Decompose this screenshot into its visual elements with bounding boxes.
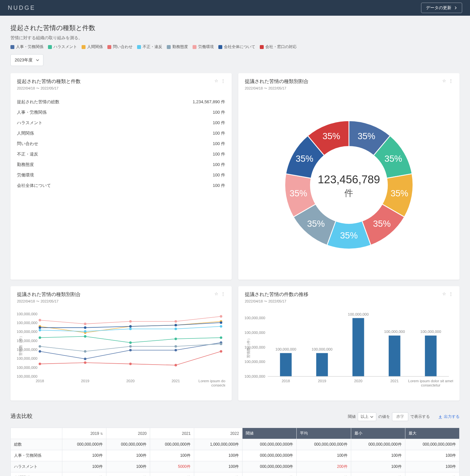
th-2019[interactable]: 2019⇅	[62, 428, 106, 439]
svg-text:2019: 2019	[81, 379, 89, 383]
star-icon[interactable]: ☆	[442, 291, 446, 296]
card-bar-title: 提議された苦情の件数の推移	[245, 291, 308, 298]
export-button[interactable]: 出力する	[438, 414, 460, 419]
legend-label: 会社・窓口の対応	[265, 44, 297, 50]
row-label: 人間関係	[11, 472, 62, 476]
cell-threshold: 000,000,000,000件	[243, 461, 297, 472]
svg-point-52	[84, 350, 86, 353]
cell-threshold: 000,000,000,000件	[243, 472, 297, 476]
svg-text:35%: 35%	[358, 131, 375, 141]
svg-point-64	[175, 324, 177, 326]
svg-text:100,000,000: 100,000,000	[420, 330, 441, 334]
year-select[interactable]: 2023年度	[10, 54, 43, 66]
svg-point-50	[220, 325, 222, 328]
legend-swatch	[82, 45, 86, 49]
svg-point-56	[39, 319, 41, 321]
cell-avg: 100件	[297, 472, 351, 476]
summary-total-label: 提起された苦情の総数	[17, 99, 59, 105]
page-title: 提起された苦情の種類と件数	[10, 24, 460, 32]
chevron-down-icon	[370, 415, 373, 419]
cell-y2020: 100件	[106, 450, 150, 461]
svg-text:consectetur: consectetur	[212, 383, 225, 387]
compare-title: 過去比較	[10, 412, 33, 420]
legend-label: 問い合わせ	[113, 44, 133, 50]
summary-row-label: ハラスメント	[17, 120, 42, 126]
cell-avg: 100件	[297, 450, 351, 461]
svg-text:35%: 35%	[290, 189, 307, 198]
svg-text:35%: 35%	[307, 219, 325, 229]
star-icon[interactable]: ☆	[442, 78, 446, 83]
chevron-down-icon	[36, 58, 39, 62]
svg-point-31	[39, 336, 41, 339]
summary-row-value: 100 件	[213, 141, 225, 147]
svg-point-29	[175, 349, 177, 352]
th-2020[interactable]: 2020	[106, 428, 150, 439]
redtext-input[interactable]: 赤字	[392, 412, 408, 421]
legend-item: 労働環境	[193, 44, 214, 50]
legend-item: 会社・窓口の対応	[260, 44, 297, 50]
logo: NUDGE	[8, 5, 36, 11]
svg-text:100,000,000: 100,000,000	[245, 316, 265, 320]
summary-row-label: 労働環境	[17, 172, 34, 178]
card-donut: 提議された苦情の種類別割合 2022/04/18 〜 2022/05/17 ☆ …	[238, 73, 460, 280]
svg-text:consectetur: consectetur	[421, 383, 440, 387]
legend-label: 人事・労務関係	[16, 44, 43, 50]
svg-text:2018: 2018	[36, 379, 44, 383]
svg-text:100,000,000: 100,000,000	[312, 347, 333, 351]
summary-row: 不正・違反100 件	[17, 149, 225, 159]
cell-y2022: 100件	[194, 472, 242, 476]
svg-point-51	[39, 345, 41, 348]
cond-select[interactable]: 以上	[358, 412, 376, 421]
summary-row-value: 100 件	[213, 130, 225, 136]
cell-y2021: 5000件	[150, 461, 194, 472]
svg-text:2020: 2020	[354, 379, 363, 383]
update-button-label: データの更新	[426, 5, 451, 11]
th-2022[interactable]: 2022	[194, 428, 242, 439]
svg-text:100,000,000: 100,000,000	[17, 365, 38, 369]
svg-point-53	[129, 345, 132, 348]
star-icon[interactable]: ☆	[214, 78, 218, 83]
card-summary: 提起された苦情の種類と件数 2022/04/18 〜 2022/05/17 ☆ …	[10, 73, 232, 280]
table-row: 人間関係100件100件100件100件000,000,000,000件100件…	[11, 472, 460, 476]
legend: 人事・労務関係ハラスメント人間関係問い合わせ不正・違反勤務態度労働環境会社全体に…	[10, 44, 460, 50]
summary-row: 人間関係100 件	[17, 128, 225, 139]
summary-row-label: 人間関係	[17, 130, 34, 136]
kebab-icon[interactable]: ⋮	[449, 78, 453, 83]
kebab-icon[interactable]: ⋮	[221, 78, 225, 83]
legend-swatch	[137, 45, 141, 49]
kebab-icon[interactable]: ⋮	[449, 291, 453, 296]
svg-point-46	[39, 329, 41, 332]
cell-y2020: 000,000,000件	[106, 439, 150, 450]
svg-point-28	[129, 349, 132, 352]
star-icon[interactable]: ☆	[214, 291, 218, 296]
th-max: 最大	[405, 428, 459, 439]
cell-y2021: 000,000,000件	[150, 439, 194, 450]
card-donut-date: 2022/04/18 〜 2022/05/17	[245, 86, 308, 91]
year-select-value: 2023年度	[15, 57, 33, 63]
update-button[interactable]: データの更新	[421, 3, 462, 13]
svg-text:Lorem ipsum dolor sit amet: Lorem ipsum dolor sit amet	[408, 379, 453, 383]
svg-point-27	[84, 358, 86, 360]
cell-y2021: 100件	[150, 472, 194, 476]
row-label: 人事・労務関係	[11, 450, 62, 461]
svg-point-34	[175, 337, 177, 340]
svg-point-54	[175, 345, 177, 348]
kebab-icon[interactable]: ⋮	[221, 291, 225, 296]
svg-rect-81	[389, 336, 400, 376]
th-blank	[11, 428, 62, 439]
display-label: で表示する	[410, 414, 430, 419]
svg-rect-78	[352, 318, 364, 376]
cell-min: 000,000,000,000件	[351, 439, 405, 450]
svg-point-45	[220, 350, 222, 353]
legend-item: 勤務態度	[167, 44, 188, 50]
cell-y2019: 000,000,000件	[62, 439, 106, 450]
cell-y2022: 100件	[194, 461, 242, 472]
download-icon	[438, 415, 442, 419]
th-avg: 平均	[297, 428, 351, 439]
th-2021[interactable]: 2021	[150, 428, 194, 439]
svg-text:苦情数（件）: 苦情数（件）	[246, 336, 250, 358]
table-row: 人事・労務関係100件100件100件100件000,000,000,000件1…	[11, 450, 460, 461]
cell-y2019: 100件	[62, 450, 106, 461]
legend-swatch	[48, 45, 52, 49]
cell-avg: 200件	[297, 461, 351, 472]
